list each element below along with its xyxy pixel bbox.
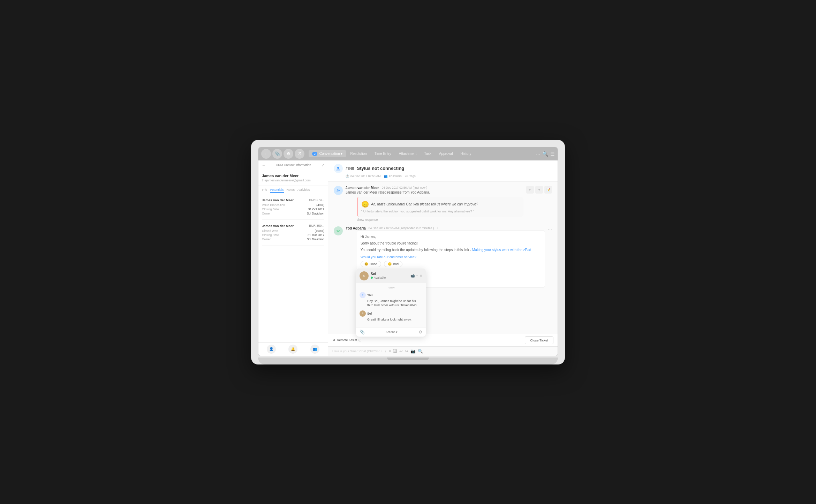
chat-popup: S Sol Available 📹 − xyxy=(356,269,426,337)
reply-button[interactable]: ↩ xyxy=(526,186,534,194)
potential-1-amount: EUR 273... xyxy=(309,198,324,202)
expand-icon[interactable]: ⤢ xyxy=(322,163,324,167)
stylus-link[interactable]: Making your stylus work with the zPad xyxy=(472,248,531,252)
settings-icon-button[interactable]: ⚙ xyxy=(284,149,293,159)
ticket-title-row: #840 Stylus not connecting xyxy=(334,164,552,173)
search-icon[interactable]: 🔍 xyxy=(542,151,548,157)
potential-2-owner-value: Sol Davidson xyxy=(307,238,324,241)
ticket-number: #840 xyxy=(346,166,354,171)
potential-2-status-label: Closed Won xyxy=(262,229,278,233)
forward-button[interactable]: ↪ xyxy=(535,186,543,194)
rate-bad-button[interactable]: 😞 Bad xyxy=(384,261,402,267)
sidebar-tab-potentials[interactable]: Potentials xyxy=(270,188,284,193)
message-1-time: 04 Dec 2017 02:56 AM ( just now ) xyxy=(382,186,427,189)
remote-assist-info-icon: ⓘ xyxy=(358,338,361,342)
tab-history[interactable]: History xyxy=(457,150,475,157)
chat-user-name: Sol xyxy=(371,272,386,276)
contact-name: James van der Meer xyxy=(262,174,324,178)
nav-right-icons: ··· 🔍 ☰ xyxy=(536,151,555,157)
potential-1-closing-value: 31 Oct 2017 xyxy=(308,208,324,211)
status-dot xyxy=(371,277,373,279)
message-1-actions: ↩ ↪ 📝 xyxy=(526,186,552,194)
sidebar-tab-info[interactable]: Info xyxy=(262,188,267,193)
reply-box: Here is your Smart Chat (Ctrl/Cmd+...) ≡… xyxy=(328,346,558,356)
sol-chat-avatar: S xyxy=(360,310,366,317)
message-1-meta: James van der Meer 04 Dec 2017 02:56 AM … xyxy=(346,186,523,190)
chat-header-icons: 📹 − ✕ xyxy=(410,274,422,278)
message-2-time: 04 Dec 2017 02:55 AM ( responded in 2 mi… xyxy=(369,226,434,230)
potential-item-1: James van der Meer EUR 273... Value Prop… xyxy=(262,198,324,220)
potential-1-owner-label: Owner xyxy=(262,212,271,215)
conversation-badge: 2 xyxy=(312,152,317,156)
redo-icon[interactable]: ↪ xyxy=(405,349,408,354)
sidebar-person-icon[interactable]: 👤 xyxy=(267,345,276,354)
ticket-followers[interactable]: 👥 Followers xyxy=(384,174,401,178)
message-2-expand[interactable]: + xyxy=(437,226,438,230)
menu-icon[interactable]: ☰ xyxy=(550,151,555,157)
tab-task[interactable]: Task xyxy=(421,150,435,157)
potential-2-status-value: (100%) xyxy=(315,229,324,233)
search-text-icon[interactable]: 🔍 xyxy=(418,349,423,354)
rate-question[interactable]: Would you rate our customer service? xyxy=(361,255,541,259)
more-options-icon[interactable]: ··· xyxy=(536,151,540,157)
sidebar-add-user-icon[interactable]: 👥 xyxy=(310,345,319,354)
sidebar-tab-activities[interactable]: Activities xyxy=(297,188,310,193)
chat-messages: Today Y You Hey Sol, James might be up f… xyxy=(356,283,426,328)
camera-icon[interactable]: 📷 xyxy=(410,349,416,354)
yod-avatar: YA xyxy=(334,226,343,235)
note-button[interactable]: 📝 xyxy=(544,186,552,194)
tab-attachment[interactable]: Attachment xyxy=(395,150,420,157)
tab-resolution[interactable]: Resolution xyxy=(347,150,370,157)
sol-chat-text: Great! I'll take a look right away. xyxy=(367,317,422,322)
ticket-header: #840 Stylus not connecting 🕐 04 Dec 2017… xyxy=(328,160,558,182)
rating-main-text: Ah, that's unfortunate! Can you please t… xyxy=(371,202,478,206)
sidebar-bottom-bar: 👤 🔔 👥 xyxy=(258,342,328,356)
chat-actions-caret: ▾ xyxy=(396,330,398,334)
bottom-bar-left: 🖥 Remote Assist ⓘ xyxy=(332,338,361,342)
chat-settings-icon[interactable]: ⚙ xyxy=(418,330,422,334)
good-emoji: 😊 xyxy=(364,262,368,266)
remote-assist-button[interactable]: 🖥 Remote Assist ⓘ xyxy=(332,338,361,342)
agent-trouble: Sorry about the trouble you're facing! xyxy=(361,241,541,246)
potential-2-closing-label: Closing Date xyxy=(262,233,279,237)
show-response-link[interactable]: show response xyxy=(357,218,523,221)
sidebar-bell-icon[interactable]: 🔔 xyxy=(288,345,297,354)
potential-1-closing-label: Closing Date xyxy=(262,208,279,211)
potential-1-name: James van der Meer xyxy=(262,198,294,202)
rating-icon-row: 😞 Ah, that's unfortunate! Can you please… xyxy=(361,201,520,208)
chat-close-icon[interactable]: ✕ xyxy=(420,274,422,278)
chat-msg-sol-header: S Sol xyxy=(360,310,422,317)
undo-icon[interactable]: ↩ xyxy=(399,349,403,354)
tab-conversation[interactable]: 2 Conversation ▾ xyxy=(309,150,346,157)
chat-attachment-icon[interactable]: 📎 xyxy=(360,330,365,334)
rate-buttons: 😊 Good 😞 Bad xyxy=(361,261,541,267)
format-icon[interactable]: ≡ xyxy=(388,349,391,354)
sidebar: ← CRM Contact Information ⤢ James van de… xyxy=(258,160,328,356)
back-button[interactable]: ← xyxy=(261,149,271,159)
chat-actions-dropdown[interactable]: Actions ▾ xyxy=(386,330,398,334)
reply-placeholder: Here is your Smart Chat (Ctrl/Cmd+...) xyxy=(332,349,386,353)
sidebar-tab-notes[interactable]: Notes xyxy=(287,188,295,193)
potential-1-header: James van der Meer EUR 273... xyxy=(262,198,324,202)
rating-sub-text: " Unfortunately, the solution you sugges… xyxy=(361,210,520,213)
image-icon[interactable]: 🖼 xyxy=(393,349,397,354)
potential-1-owner-row: Owner Sol Davidson xyxy=(262,212,324,215)
close-ticket-button[interactable]: Close Ticket xyxy=(525,336,553,344)
sidebar-tabs: Info Potentials Notes Activities xyxy=(258,186,328,195)
tags-icon: 🏷 xyxy=(405,174,408,178)
tab-time-entry[interactable]: Time Entry xyxy=(371,150,395,157)
sidebar-back-arrow[interactable]: ← xyxy=(262,163,265,167)
laptop-base xyxy=(258,358,558,364)
ticket-tags[interactable]: 🏷 Tags xyxy=(405,174,416,178)
chat-minimize-icon[interactable]: − xyxy=(416,274,418,278)
more-options-message-2[interactable]: ··· xyxy=(548,226,552,232)
tab-approval[interactable]: Approval xyxy=(436,150,456,157)
chat-video-icon[interactable]: 📹 xyxy=(410,274,415,278)
remote-assist-icon: 🖥 xyxy=(332,338,335,342)
rate-good-button[interactable]: 😊 Good xyxy=(361,261,381,267)
pin-icon-button[interactable]: 📎 xyxy=(272,149,282,159)
history-icon-button[interactable]: ⏱ xyxy=(295,149,304,159)
chat-date-divider: Today xyxy=(360,286,422,289)
chat-popup-footer: 📎 Actions ▾ ⚙ xyxy=(356,327,426,337)
crm-contact-title: CRM Contact Information xyxy=(276,163,311,167)
